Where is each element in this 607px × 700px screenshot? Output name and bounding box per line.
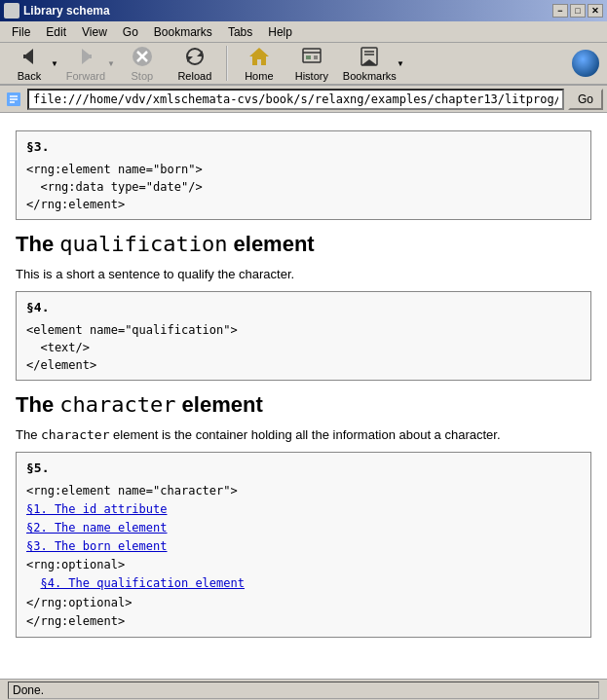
maximize-button[interactable]: □	[570, 4, 586, 18]
stop-icon	[131, 45, 154, 68]
status-text: Done.	[13, 683, 44, 697]
character-heading: The character element	[16, 392, 591, 418]
forward-icon	[74, 45, 97, 68]
character-heading-suffix: element	[175, 392, 262, 417]
char-para-suffix: element is the container holding all the…	[109, 427, 500, 442]
status-text-container: Done.	[8, 682, 599, 699]
section5-line7: </rng:optional>	[26, 594, 581, 612]
app-icon	[4, 3, 19, 18]
svg-rect-1	[23, 55, 25, 58]
qualification-heading-prefix: The	[16, 232, 59, 256]
page-icon	[4, 90, 23, 109]
close-button[interactable]: ✕	[588, 4, 603, 18]
menu-go[interactable]: Go	[115, 23, 146, 41]
menu-file[interactable]: File	[4, 23, 38, 41]
browser-content[interactable]: §3. <rng:element name="born"> <rng:data …	[0, 113, 607, 679]
home-button[interactable]: Home	[234, 44, 285, 83]
section5-link1[interactable]: §1. The id attribute	[26, 500, 581, 519]
home-icon	[247, 45, 271, 68]
back-arrow-icon[interactable]: ▼	[51, 59, 58, 68]
section5-link3[interactable]: §3. The born element	[26, 537, 581, 556]
stop-button[interactable]: Stop	[117, 44, 168, 83]
menu-view[interactable]: View	[74, 23, 115, 41]
char-para-prefix: The	[16, 427, 41, 442]
toolbar-separator	[226, 46, 228, 81]
status-bar: Done.	[0, 679, 607, 700]
menu-tabs[interactable]: Tabs	[220, 23, 260, 41]
section5-code-box: §5. <rng:element name="character"> §1. T…	[16, 452, 591, 638]
bookmarks-button[interactable]: Bookmarks	[339, 44, 400, 83]
svg-rect-10	[303, 49, 321, 62]
qualification-heading: The qualification element	[16, 232, 591, 257]
section3-label: §3.	[26, 137, 581, 157]
address-input[interactable]	[27, 89, 564, 110]
bookmarks-arrow-icon[interactable]: ▼	[397, 59, 404, 68]
back-button[interactable]: Back	[4, 44, 55, 83]
qualification-heading-mono: qualification	[59, 232, 227, 256]
menu-bookmarks[interactable]: Bookmarks	[146, 23, 220, 41]
back-group: Back ▼	[4, 44, 58, 83]
section4-code: <element name="qualification"> <text/> <…	[26, 321, 581, 374]
section3-code-box: §3. <rng:element name="born"> <rng:data …	[16, 130, 591, 220]
bookmarks-group: Bookmarks ▼	[339, 44, 404, 83]
reload-button[interactable]: Reload	[170, 44, 220, 83]
svg-rect-12	[306, 55, 311, 59]
back-icon	[18, 45, 41, 68]
qualification-para: This is a short a sentence to qualify th…	[16, 265, 591, 284]
section5-line8: </rng:element>	[26, 612, 581, 631]
history-icon	[300, 45, 323, 68]
svg-marker-9	[249, 48, 269, 65]
character-heading-prefix: The	[16, 392, 59, 417]
forward-arrow-icon[interactable]: ▼	[107, 59, 115, 68]
section5-label: §5.	[26, 459, 581, 478]
char-para-mono: character	[41, 427, 109, 442]
forward-group: Forward ▼	[60, 44, 115, 83]
section5-code: <rng:element name="character"> §1. The i…	[26, 482, 581, 632]
section5-link4[interactable]: §4. The qualification element	[26, 574, 581, 593]
menu-edit[interactable]: Edit	[38, 23, 74, 41]
window-controls: − □ ✕	[552, 4, 603, 18]
section5-line1: <rng:element name="character">	[26, 482, 581, 500]
window-title: Library schema	[23, 4, 110, 18]
bookmarks-icon	[358, 45, 381, 68]
svg-rect-3	[90, 55, 92, 58]
section4-label: §4.	[26, 298, 581, 317]
svg-marker-16	[361, 59, 377, 65]
qualification-heading-suffix: element	[227, 232, 314, 256]
forward-button[interactable]: Forward	[60, 44, 111, 83]
go-button[interactable]: Go	[568, 89, 603, 110]
menu-bar: File Edit View Go Bookmarks Tabs Help	[0, 21, 607, 43]
globe-icon	[572, 50, 599, 77]
minimize-button[interactable]: −	[552, 4, 568, 18]
section4-code-box: §4. <element name="qualification"> <text…	[16, 291, 591, 381]
address-bar: Go	[0, 86, 607, 113]
toolbar: Back ▼ Forward ▼ Stop Reload Home	[0, 43, 607, 86]
section5-link2[interactable]: §2. The name element	[26, 519, 581, 537]
title-bar: Library schema − □ ✕	[0, 0, 607, 21]
character-para: The character element is the container h…	[16, 425, 591, 445]
section5-line5: <rng:optional>	[26, 556, 581, 574]
section3-code: <rng:element name="born"> <rng:data type…	[26, 161, 581, 213]
character-heading-mono: character	[59, 392, 175, 417]
history-button[interactable]: History	[286, 44, 337, 83]
menu-help[interactable]: Help	[260, 23, 300, 41]
reload-icon	[183, 45, 207, 68]
